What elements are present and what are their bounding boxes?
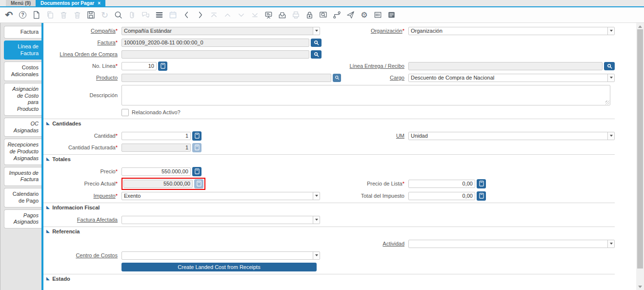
parent-record-icon[interactable] (181, 10, 192, 21)
report-icon[interactable] (263, 10, 274, 21)
tab-sidebar: Factura Línea de Factura Costos Adiciona… (0, 23, 41, 290)
calendar-icon (168, 10, 178, 21)
collapse-triangle-icon: ◢ (46, 122, 49, 125)
tab-documentos-por-pagar[interactable]: Documentos por Pagar × (36, 0, 105, 6)
create-landed-cost-button[interactable]: Create Landed Cost from Receipts (121, 263, 317, 271)
um-select[interactable]: Unidad (408, 132, 615, 140)
precio-calculator-button[interactable] (192, 167, 201, 176)
delete-selection-icon (72, 10, 82, 21)
centro-de-costos-select[interactable] (121, 251, 320, 260)
section-header-estado[interactable]: ◢Estado (43, 274, 615, 283)
sidebar-tab-linea-de-factura[interactable]: Línea de Factura (4, 41, 41, 60)
no-linea-calculator-button[interactable] (158, 62, 167, 71)
workflow-icon[interactable] (332, 10, 342, 21)
chevron-down-icon[interactable] (607, 240, 614, 248)
precio-de-lista-calculator-button[interactable] (477, 179, 486, 188)
impuesto-label[interactable]: Impuesto* (43, 193, 121, 199)
previous-record-icon (222, 10, 233, 21)
collapse-triangle-icon: ◢ (46, 157, 49, 161)
copy-record-icon (45, 10, 55, 21)
factura-afectada-label[interactable]: Factura Afectada (43, 217, 121, 223)
chevron-down-icon[interactable] (313, 216, 320, 224)
factura-label[interactable]: Factura* (43, 40, 121, 45)
cantidad-calculator-button[interactable] (192, 131, 201, 141)
linea-entrega-field[interactable] (408, 62, 603, 70)
compania-select[interactable]: Compañía Estándar (121, 27, 320, 35)
sidebar-tab-recepciones[interactable]: Recepciones de Producto Asignadas (4, 139, 41, 165)
linea-orden-compra-field[interactable] (121, 50, 309, 59)
producto-field[interactable] (121, 74, 331, 82)
producto-search-button[interactable] (333, 74, 341, 82)
relacionado-activo-checkbox[interactable] (121, 109, 129, 116)
linea-orden-compra-search-button[interactable] (311, 50, 322, 59)
archive-icon[interactable] (277, 10, 287, 21)
factura-search-button[interactable] (311, 39, 322, 47)
actividad-select[interactable] (408, 240, 615, 248)
undo-icon[interactable]: ↶ (4, 10, 14, 21)
section-header-totales[interactable]: ◢Totales (43, 155, 615, 164)
new-record-icon[interactable] (31, 10, 41, 21)
organizacion-select[interactable]: Organización (408, 27, 615, 35)
linea-orden-compra-label[interactable]: Línea Orden de Compra (43, 51, 121, 57)
save-icon[interactable] (86, 10, 96, 21)
actividad-label[interactable]: Actividad (341, 241, 408, 247)
section-header-informacion-fiscal[interactable]: ◢Informacion Fiscal (43, 203, 615, 212)
sidebar-tab-costos-adicionales[interactable]: Costos Adicionales (4, 62, 41, 81)
total-del-impuesto-field[interactable] (408, 192, 475, 200)
close-tab-icon[interactable]: × (98, 0, 101, 6)
impuesto-select[interactable]: Exento (121, 192, 320, 200)
factura-field[interactable] (121, 39, 309, 47)
refresh-icon: ↻ (100, 10, 110, 21)
sidebar-tab-factura[interactable]: Factura (4, 26, 41, 39)
scroll-up-arrow[interactable] (636, 23, 644, 30)
chevron-down-icon[interactable] (313, 252, 320, 259)
chevron-down-icon[interactable] (607, 27, 614, 35)
descripcion-label: Descripción (43, 92, 121, 98)
centro-de-costos-label[interactable]: Centro de Costos (43, 252, 121, 258)
zoom-across-icon[interactable] (318, 10, 328, 21)
sidebar-tab-calendario-de-pago[interactable]: Calendario de Pago (4, 188, 41, 207)
resize-handle-icon[interactable] (605, 101, 609, 104)
precio-label: Precio* (43, 168, 121, 174)
chevron-down-icon[interactable] (313, 192, 320, 200)
precio-field[interactable] (121, 167, 191, 176)
cargo-label[interactable]: Cargo (341, 75, 408, 81)
no-linea-field[interactable] (121, 62, 157, 70)
cargo-select[interactable]: Descuento de Compra de Nacional (408, 74, 615, 82)
sidebar-tab-asignacion-de-costo[interactable]: Asignación de Costo para Producto (4, 83, 41, 116)
scrollbar-thumb[interactable] (637, 29, 643, 269)
chevron-down-icon[interactable] (313, 27, 320, 35)
product-info-icon[interactable] (373, 10, 383, 21)
cantidad-field[interactable] (121, 132, 191, 140)
help-icon[interactable]: ? (18, 10, 28, 21)
grid-toggle-icon[interactable] (154, 10, 164, 21)
tab-menu[interactable]: Menú (9) (6, 0, 36, 6)
find-icon[interactable] (113, 10, 123, 21)
um-label[interactable]: UM (341, 133, 408, 139)
report-layout-icon[interactable] (386, 10, 397, 21)
lock-icon[interactable] (304, 10, 315, 21)
factura-afectada-select[interactable] (121, 216, 320, 224)
linea-entrega-search-button[interactable] (604, 62, 615, 70)
total-del-impuesto-calculator-button[interactable] (477, 191, 486, 201)
precio-de-lista-field[interactable] (408, 180, 475, 188)
sidebar-tab-impuesto-de-factura[interactable]: Impuesto de Factura (4, 167, 41, 186)
scroll-down-arrow[interactable] (636, 283, 644, 290)
descripcion-textarea[interactable] (121, 85, 610, 105)
compania-label[interactable]: Compañía* (43, 28, 121, 34)
sidebar-tab-oc-asignadas[interactable]: OC Asignadas (4, 118, 41, 137)
linea-entrega-label[interactable]: Línea Entrega / Recibo (341, 63, 408, 69)
detail-record-icon[interactable] (195, 10, 205, 21)
last-record-icon (250, 10, 260, 21)
section-header-referencia[interactable]: ◢Referencia (43, 227, 615, 236)
chevron-down-icon[interactable] (607, 74, 614, 82)
chevron-down-icon[interactable] (607, 132, 614, 140)
section-header-cantidades[interactable]: ◢Cantidades (43, 119, 615, 128)
organizacion-label[interactable]: Organización* (341, 28, 408, 34)
vertical-scrollbar[interactable] (636, 23, 644, 290)
producto-label[interactable]: Producto (43, 75, 121, 81)
app-window: Menú (9) Documentos por Pagar × ↶ ? ↻ (0, 0, 644, 290)
process-icon[interactable]: ⚙ (359, 10, 369, 21)
send-request-icon[interactable] (345, 10, 356, 21)
sidebar-tab-pagos-asignados[interactable]: Pagos Asignados (4, 209, 41, 229)
